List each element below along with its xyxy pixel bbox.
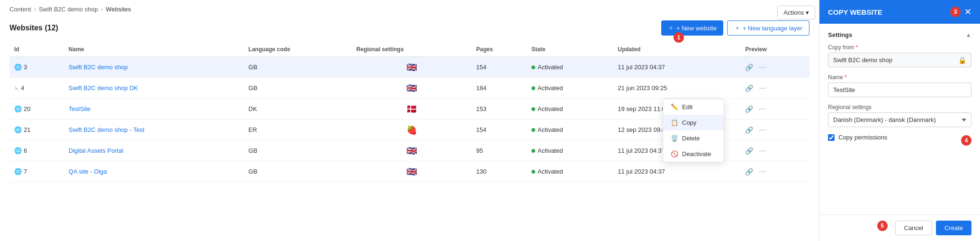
globe-icon: 🌐	[14, 105, 22, 112]
preview-icon[interactable]: 🔗	[745, 84, 753, 92]
breadcrumb-shop[interactable]: Swift B2C demo shop	[39, 6, 98, 13]
cell-id: 🌐 21	[9, 120, 64, 140]
context-copy[interactable]: 📋 Copy	[663, 115, 724, 130]
plus-icon: ＋	[668, 24, 674, 32]
copy-from-select[interactable]: Swift B2C demo shop	[828, 53, 953, 67]
preview-icon[interactable]: 🔗	[745, 105, 753, 113]
cell-state: Activated	[527, 99, 613, 120]
copy-icon: 📋	[671, 119, 678, 126]
cell-state: Activated	[527, 120, 613, 140]
copy-permissions-label: Copy permissions	[838, 134, 887, 141]
more-menu-icon[interactable]: ⋯	[757, 103, 768, 114]
cell-pages: 153	[471, 99, 527, 120]
col-updated: Updated	[613, 42, 740, 57]
regional-settings-select[interactable]: Danish (Denmark) - dansk (Danmark)	[828, 112, 971, 127]
cell-preview: 🔗 ⋯	[740, 99, 809, 119]
cell-id: 🌐 6	[9, 140, 64, 161]
actions-button[interactable]: Actions ▾	[777, 6, 815, 19]
lock-icon: 🔒	[953, 56, 971, 64]
plus-icon-2: ＋	[734, 24, 740, 32]
more-menu-icon[interactable]: ⋯	[757, 62, 768, 73]
cell-flag: 🍓	[351, 120, 471, 140]
preview-icon[interactable]: 🔗	[745, 64, 753, 71]
cell-id: ↳ 4	[9, 78, 64, 99]
cell-preview: 🔗 ⋯	[740, 78, 809, 98]
cell-id: 🌐 7	[9, 161, 64, 182]
context-edit[interactable]: ✏️ Edit	[663, 99, 724, 115]
cell-state: Activated	[527, 140, 613, 161]
globe-icon: 🌐	[14, 126, 22, 133]
cell-preview: 🔗 ⋯	[740, 57, 809, 77]
delete-icon: 🗑️	[671, 135, 678, 142]
website-link[interactable]: Swift B2C demo shop - Test	[69, 126, 144, 133]
copy-from-group: Copy from * Swift B2C demo shop 🔒	[828, 44, 971, 67]
cell-flag: 🇬🇧	[351, 161, 471, 182]
more-menu-icon[interactable]: ⋯	[757, 83, 768, 93]
col-lang: Language code	[244, 42, 352, 57]
website-link[interactable]: Digital Assets Portal	[69, 147, 124, 154]
cell-id: 🌐 3	[9, 57, 64, 78]
cell-lang: GB	[244, 57, 352, 78]
col-preview: Preview	[740, 42, 809, 57]
panel-footer: 5 Cancel Create	[819, 214, 980, 241]
copy-permissions-row: Copy permissions	[828, 134, 961, 141]
copy-from-label: Copy from *	[828, 44, 971, 51]
context-delete[interactable]: 🗑️ Delete	[663, 130, 724, 146]
more-menu-icon[interactable]: ⋯	[757, 145, 768, 156]
copy-permissions-checkbox[interactable]	[828, 134, 835, 141]
page-title: Websites (12)	[9, 24, 58, 32]
col-name: Name	[64, 42, 244, 57]
context-deactivate[interactable]: 🚫 Deactivate	[663, 146, 724, 162]
col-pages: Pages	[471, 42, 527, 57]
copy-from-required: *	[856, 44, 858, 51]
more-menu-icon[interactable]: ⋯	[757, 124, 768, 135]
button-group: ＋ + New website ＋ + New language layer	[661, 20, 809, 36]
preview-icon[interactable]: 🔗	[745, 126, 753, 134]
cell-pages: 95	[471, 140, 527, 161]
status-dot	[531, 107, 535, 111]
status-dot	[531, 86, 535, 90]
panel-body: Settings ▲ Copy from * Swift B2C demo sh…	[819, 24, 980, 214]
cancel-button[interactable]: Cancel	[895, 221, 932, 235]
regional-settings-label: Regional settings	[828, 104, 971, 111]
status-text: Activated	[538, 147, 563, 154]
status-dot	[531, 149, 535, 153]
status-text: Activated	[538, 168, 563, 175]
cell-flag: 🇬🇧	[351, 57, 471, 78]
col-regional: Regional settings	[351, 42, 471, 57]
cell-updated: 11 jul 2023 04:37	[613, 161, 740, 182]
website-link[interactable]: Swift B2C demo shop DK	[69, 84, 138, 92]
create-button[interactable]: Create	[936, 221, 971, 235]
section-toggle-icon[interactable]: ▲	[965, 31, 971, 38]
breadcrumb-current: Websites	[106, 6, 131, 13]
preview-icon[interactable]: 🔗	[745, 168, 753, 176]
cell-name: Swift B2C demo shop DK	[64, 78, 244, 99]
table-row: ↳ 4 Swift B2C demo shop DK GB 🇬🇧 184 Act…	[9, 78, 809, 99]
cell-updated: 21 jun 2023 09:25	[613, 78, 740, 99]
status-text: Activated	[538, 126, 563, 133]
close-button[interactable]: ✕	[964, 8, 971, 16]
website-link[interactable]: QA site - Olga	[69, 168, 107, 175]
col-state: State	[527, 42, 613, 57]
panel-header: COPY WEBSITE 3 ✕	[819, 0, 980, 24]
table-row: 🌐 3 Swift B2C demo shop GB 🇬🇧 154 Activa…	[9, 57, 809, 78]
edit-label: Edit	[682, 103, 692, 111]
status-text: Activated	[538, 105, 563, 112]
website-link[interactable]: TestSite	[69, 105, 90, 112]
new-website-button[interactable]: ＋ + New website	[661, 20, 723, 36]
cell-lang: GB	[244, 161, 352, 182]
name-required: *	[845, 74, 847, 81]
cell-state: Activated	[527, 161, 613, 182]
name-input[interactable]	[828, 83, 971, 97]
top-bar: Websites (12) ＋ + New website ＋ + New la…	[9, 20, 809, 36]
globe-icon: 🌐	[14, 147, 22, 154]
more-menu-icon[interactable]: ⋯	[757, 166, 768, 177]
new-language-layer-button[interactable]: ＋ + New language layer	[727, 20, 809, 36]
cell-lang: GB	[244, 78, 352, 99]
website-link[interactable]: Swift B2C demo shop	[69, 64, 128, 71]
preview-icon[interactable]: 🔗	[745, 147, 753, 155]
breadcrumb-content[interactable]: Content	[9, 6, 31, 13]
breadcrumb: Content › Swift B2C demo shop › Websites	[9, 6, 809, 13]
breadcrumb-sep-2: ›	[101, 6, 103, 13]
context-menu: ✏️ Edit 📋 Copy 🗑️ Delete 🚫 Deactivate	[663, 99, 724, 162]
